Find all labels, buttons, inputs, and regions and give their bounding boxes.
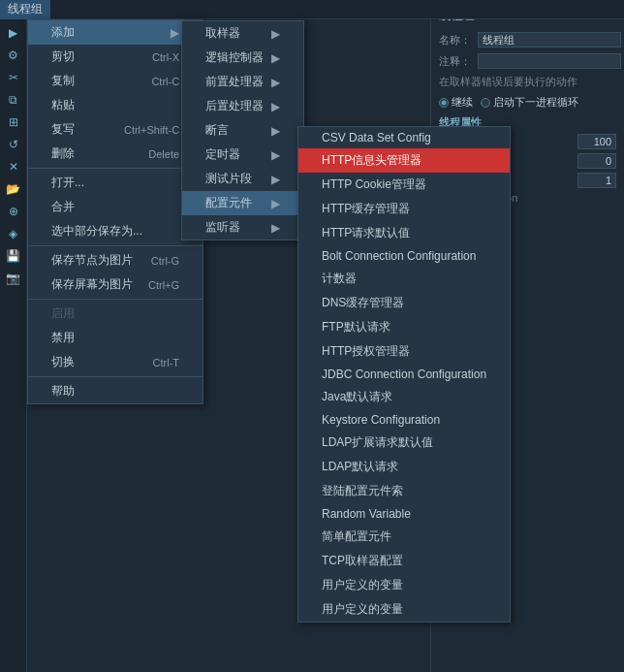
name-input[interactable]: [478, 32, 621, 48]
merge-icon[interactable]: ⊕: [4, 202, 23, 221]
menu-item-java-default-label: Java默认请求: [322, 389, 392, 405]
menu-item-keystore-label: Keystore Configuration: [322, 413, 440, 427]
menu-item-open[interactable]: 打开...: [28, 171, 203, 195]
menu-item-http-header[interactable]: HTTP信息头管理器: [298, 148, 510, 173]
scissors-icon[interactable]: ✂: [4, 68, 23, 87]
menu-item-http-auth[interactable]: HTTP授权管理器: [298, 339, 510, 364]
menu-item-counter-label: 计数器: [322, 271, 357, 287]
context-menu-l3: CSV Data Set Config HTTP信息头管理器 HTTP Cook…: [297, 126, 511, 623]
run-icon[interactable]: ▶: [4, 23, 23, 43]
ramp-up-input[interactable]: [577, 153, 616, 169]
radio-continue-label: 继续: [452, 95, 473, 110]
copy-icon[interactable]: ⧉: [4, 90, 23, 110]
paste-icon[interactable]: ⊞: [4, 112, 23, 132]
menu-item-ldap-default[interactable]: LDAP默认请求: [298, 455, 510, 479]
menu-item-rewrite-shortcut: Ctrl+Shift-C: [124, 124, 179, 136]
save-screen-icon[interactable]: 📷: [4, 269, 23, 288]
menu-item-config-elem[interactable]: 配置元件 ▶: [182, 191, 303, 215]
menu-item-http-default[interactable]: HTTP请求默认值: [298, 221, 510, 245]
menu-item-test-frag[interactable]: 测试片段 ▶: [182, 167, 303, 191]
menu-item-logic-ctrl[interactable]: 逻辑控制器 ▶: [182, 46, 303, 70]
radio-continue-dot: [439, 98, 449, 108]
menu-item-csv-data-set[interactable]: CSV Data Set Config: [298, 127, 510, 148]
menu-item-paste-label: 粘贴: [51, 97, 75, 113]
radio-next-loop[interactable]: 启动下一进程循环: [481, 95, 578, 110]
menu-item-http-default-label: HTTP请求默认值: [322, 225, 410, 241]
menu-item-save-node[interactable]: 保存节点为图片 Ctrl-G: [28, 248, 203, 272]
menu-item-add[interactable]: 添加 ▶: [28, 20, 203, 45]
menu-item-java-default[interactable]: Java默认请求: [298, 385, 510, 409]
menu-item-ftp-default-label: FTP默认请求: [322, 319, 390, 336]
menu-item-tcp-sampler[interactable]: TCP取样器配置: [298, 549, 510, 573]
menu-item-toggle-label: 切换: [51, 354, 75, 370]
menu-item-enable-label: 启用: [51, 305, 75, 322]
separator-4: [28, 376, 203, 377]
separator-1: [28, 168, 203, 169]
name-label: 名称：: [439, 33, 478, 48]
delete-icon[interactable]: ✕: [4, 157, 23, 176]
left-sidebar: ▶ ⚙ ✂ ⧉ ⊞ ↺ ✕ 📂 ⊕ ◈ 💾 📷: [0, 19, 27, 672]
menu-item-counter[interactable]: 计数器: [298, 267, 510, 291]
menu-item-user-def-var1-label: 用户定义的变量: [322, 577, 403, 593]
menu-item-help[interactable]: 帮助: [28, 379, 203, 403]
rewrite-icon[interactable]: ↺: [4, 135, 23, 154]
menu-item-sampler-arrow: ▶: [271, 27, 280, 41]
menu-item-assertion[interactable]: 断言 ▶: [182, 118, 303, 143]
loop-count-input[interactable]: [577, 173, 616, 188]
menu-item-login-config[interactable]: 登陆配置元件索: [298, 479, 510, 503]
menu-item-copy[interactable]: 复制 Ctrl-C: [28, 69, 203, 93]
menu-item-ldap-default-label: LDAP默认请求: [322, 459, 398, 475]
menu-item-dns-cache[interactable]: DNS缓存管理器: [298, 291, 510, 315]
menu-item-select-part[interactable]: 选中部分保存为...: [28, 219, 203, 243]
open-icon[interactable]: 📂: [4, 179, 23, 199]
menu-item-rewrite[interactable]: 复写 Ctrl+Shift-C: [28, 117, 203, 142]
menu-item-disable[interactable]: 禁用: [28, 326, 203, 350]
menu-item-toggle[interactable]: 切换 Ctrl-T: [28, 350, 203, 374]
menu-item-save-screen[interactable]: 保存屏幕为图片 Ctrl+G: [28, 272, 203, 297]
menu-item-pre-proc-arrow: ▶: [271, 76, 280, 89]
menu-item-random-var[interactable]: Random Variable: [298, 503, 510, 525]
menu-item-post-proc-label: 后置处理器: [205, 98, 264, 114]
menu-item-http-cache-label: HTTP缓存管理器: [322, 201, 410, 217]
radio-group-error: 继续 启动下一进程循环: [439, 95, 616, 110]
menu-item-ldap-ext[interactable]: LDAP扩展请求默认值: [298, 431, 510, 455]
menu-item-ftp-default[interactable]: FTP默认请求: [298, 315, 510, 339]
menu-item-post-proc[interactable]: 后置处理器 ▶: [182, 94, 303, 118]
menu-item-bolt-conn[interactable]: Bolt Connection Configuration: [298, 245, 510, 267]
menu-item-save-screen-label: 保存屏幕为图片: [51, 276, 133, 293]
menu-item-simple-config[interactable]: 简单配置元件: [298, 525, 510, 549]
menu-item-user-def-var1[interactable]: 用户定义的变量: [298, 573, 510, 597]
note-label: 注释：: [439, 54, 478, 69]
menu-item-paste[interactable]: 粘贴: [28, 93, 203, 117]
save-node-icon[interactable]: 💾: [4, 246, 23, 266]
menu-item-http-cookie[interactable]: HTTP Cookie管理器: [298, 173, 510, 197]
note-row: 注释：: [439, 53, 616, 69]
settings-icon[interactable]: ⚙: [4, 46, 23, 65]
menu-item-cut[interactable]: 剪切 Ctrl-X: [28, 45, 203, 69]
menu-item-pre-proc[interactable]: 前置处理器 ▶: [182, 70, 303, 94]
menu-item-delete[interactable]: 删除 Delete: [28, 142, 203, 166]
menu-item-cut-shortcut: Ctrl-X: [152, 51, 179, 63]
menu-item-listener-arrow: ▶: [271, 221, 280, 235]
menu-item-help-label: 帮助: [51, 383, 75, 400]
menu-item-user-def-var2-label: 用户定义的变量: [322, 601, 403, 618]
menu-item-http-cookie-label: HTTP Cookie管理器: [322, 176, 426, 193]
menu-bar-item-thread[interactable]: 线程组: [0, 0, 50, 19]
menu-item-timer[interactable]: 定时器 ▶: [182, 143, 303, 167]
num-threads-input[interactable]: [577, 134, 616, 149]
menu-item-logic-ctrl-arrow: ▶: [271, 51, 280, 65]
menu-item-user-def-var2[interactable]: 用户定义的变量: [298, 597, 510, 622]
menu-item-dns-cache-label: DNS缓存管理器: [322, 295, 404, 311]
menu-item-merge[interactable]: 合并: [28, 195, 203, 219]
menu-item-http-cache[interactable]: HTTP缓存管理器: [298, 197, 510, 221]
menu-item-keystore[interactable]: Keystore Configuration: [298, 409, 510, 431]
menu-item-listener[interactable]: 监听器 ▶: [182, 215, 303, 240]
select-icon[interactable]: ◈: [4, 224, 23, 243]
menu-item-sampler[interactable]: 取样器 ▶: [182, 21, 303, 46]
menu-item-save-screen-shortcut: Ctrl+G: [148, 279, 179, 291]
menu-item-assertion-arrow: ▶: [271, 124, 280, 138]
note-input[interactable]: [478, 53, 621, 69]
menu-item-bolt-conn-label: Bolt Connection Configuration: [322, 249, 476, 263]
radio-continue[interactable]: 继续: [439, 95, 473, 110]
menu-item-jdbc-conn[interactable]: JDBC Connection Configuration: [298, 364, 510, 385]
